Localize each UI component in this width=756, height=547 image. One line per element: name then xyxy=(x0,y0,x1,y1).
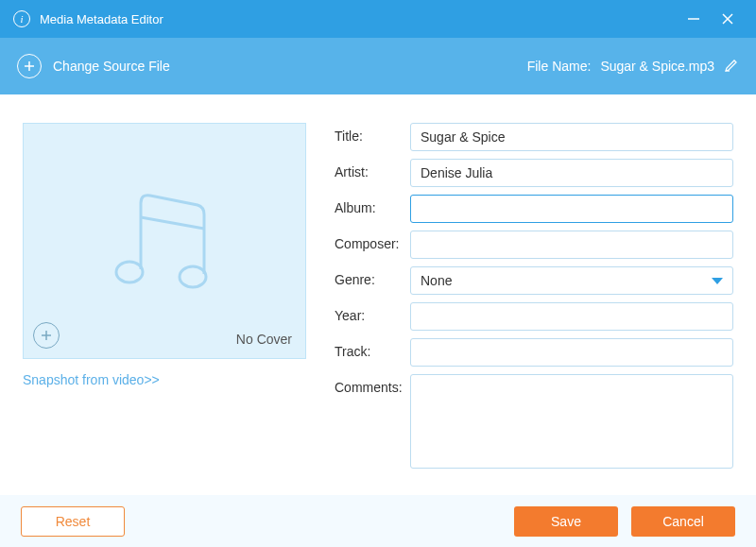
artist-input[interactable] xyxy=(410,159,733,187)
no-cover-label: No Cover xyxy=(236,332,292,347)
svg-point-6 xyxy=(116,262,143,282)
year-label: Year: xyxy=(335,302,410,323)
track-label: Track: xyxy=(335,338,410,359)
comments-input[interactable] xyxy=(410,374,733,469)
save-button[interactable]: Save xyxy=(514,506,618,537)
app-title: Media Metadata Editor xyxy=(40,12,677,26)
title-label: Title: xyxy=(335,123,410,144)
album-row: Album: xyxy=(335,195,733,223)
titlebar: i Media Metadata Editor xyxy=(0,0,756,38)
edit-filename-button[interactable] xyxy=(724,58,739,76)
composer-input[interactable] xyxy=(410,231,733,259)
track-row: Track: xyxy=(335,338,733,367)
svg-point-7 xyxy=(180,266,206,287)
info-icon: i xyxy=(13,10,30,27)
music-note-icon xyxy=(98,175,231,307)
filename-area: File Name: Sugar & Spice.mp3 xyxy=(527,58,739,76)
genre-select[interactable]: None xyxy=(410,266,733,295)
add-cover-button[interactable] xyxy=(33,322,60,349)
genre-row: Genre: None xyxy=(335,266,733,295)
comments-label: Comments: xyxy=(335,374,410,395)
close-button[interactable] xyxy=(711,0,745,38)
cancel-button[interactable]: Cancel xyxy=(631,506,735,537)
footer: Reset Save Cancel xyxy=(0,495,756,547)
cover-column: No Cover Snapshot from video>> xyxy=(23,123,306,486)
title-row: Title: xyxy=(335,123,733,151)
cover-art-box: No Cover xyxy=(23,123,306,359)
comments-row: Comments: xyxy=(335,374,733,469)
reset-button[interactable]: Reset xyxy=(21,506,125,537)
year-input[interactable] xyxy=(410,302,733,331)
genre-value: None xyxy=(421,273,452,288)
album-label: Album: xyxy=(335,195,410,215)
form-column: Title: Artist: Album: Composer: Genre: N… xyxy=(335,123,733,486)
artist-label: Artist: xyxy=(335,159,410,179)
filename-label: File Name: xyxy=(527,59,592,74)
composer-row: Composer: xyxy=(335,231,733,259)
title-input[interactable] xyxy=(410,123,733,151)
album-input[interactable] xyxy=(410,195,733,223)
plus-icon xyxy=(17,54,42,78)
chevron-down-icon xyxy=(712,278,723,284)
toolbar: Change Source File File Name: Sugar & Sp… xyxy=(0,38,756,94)
composer-label: Composer: xyxy=(335,231,410,251)
track-input[interactable] xyxy=(410,338,733,367)
change-source-label: Change Source File xyxy=(53,59,170,74)
filename-value: Sugar & Spice.mp3 xyxy=(600,59,714,74)
change-source-button[interactable]: Change Source File xyxy=(17,54,170,78)
content: No Cover Snapshot from video>> Title: Ar… xyxy=(0,94,756,495)
snapshot-from-video-link[interactable]: Snapshot from video>> xyxy=(23,372,160,387)
minimize-button[interactable] xyxy=(677,0,711,38)
artist-row: Artist: xyxy=(335,159,733,187)
genre-label: Genre: xyxy=(335,266,410,287)
year-row: Year: xyxy=(335,302,733,331)
